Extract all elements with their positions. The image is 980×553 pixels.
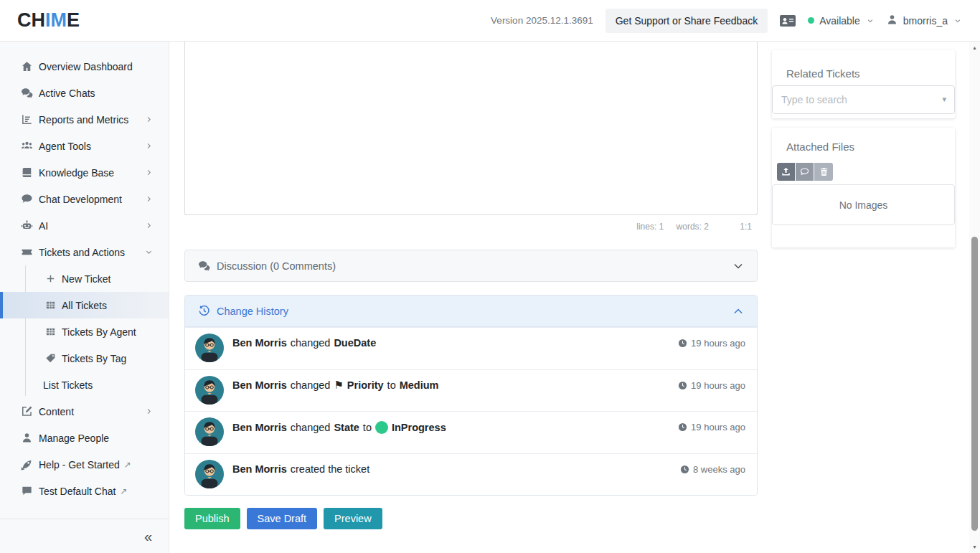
discussion-title: Discussion (0 Comments) <box>217 260 336 272</box>
comment-icon[interactable] <box>796 163 814 181</box>
support-feedback-button[interactable]: Get Support or Share Feedback <box>606 9 768 33</box>
scrollbar-thumb[interactable] <box>971 237 978 531</box>
user-avatar <box>195 334 224 362</box>
person-icon <box>21 432 33 444</box>
book-icon <box>21 166 33 179</box>
change-entry-time: 19 hours ago <box>678 422 745 433</box>
publish-button[interactable]: Publish <box>184 508 240 529</box>
clock-icon <box>678 381 687 390</box>
change-entry-text: Ben Morris changed DueDate <box>232 337 376 349</box>
plus-icon <box>45 273 56 284</box>
change-history-entry: Ben Morris created the ticket 8 weeks ag… <box>185 453 757 496</box>
app-window: CHIME Version 2025.12.1.3691 Get Support… <box>0 0 980 553</box>
sidebar-item-content[interactable]: Content <box>0 398 169 425</box>
availability-label: Available <box>819 15 860 27</box>
sidebar-item-tickets-and-actions[interactable]: Tickets and Actions <box>0 239 169 265</box>
user-avatar <box>195 376 224 405</box>
chevron-up-icon <box>732 306 744 317</box>
sidebar-footer: « <box>0 519 169 553</box>
discussion-section-header[interactable]: Discussion (0 Comments) <box>184 250 758 282</box>
change-history-title: Change History <box>217 306 288 317</box>
no-images-placeholder: No Images <box>772 184 955 225</box>
preview-button[interactable]: Preview <box>324 508 382 529</box>
chevron-right-icon <box>145 195 153 203</box>
upload-icon[interactable] <box>777 163 796 181</box>
external-link-icon: ↗ <box>120 486 127 496</box>
save-draft-button[interactable]: Save Draft <box>247 508 318 529</box>
sidebar-item-reports-and-metrics[interactable]: Reports and Metrics <box>0 106 169 133</box>
user-avatar <box>195 460 224 488</box>
contact-card-icon[interactable] <box>780 15 796 27</box>
external-link-icon: ↗ <box>124 460 131 470</box>
scroll-up-icon[interactable]: ▲ <box>969 42 980 53</box>
user-menu[interactable]: bmorris_a <box>886 14 961 28</box>
chats-icon <box>21 87 33 99</box>
editor-status-bar: lines: 1 words: 2 1:1 <box>184 222 758 232</box>
change-entry-text: Ben Morris changed State to InProgress <box>232 421 446 434</box>
sidebar-item-knowledge-base[interactable]: Knowledge Base <box>0 159 169 186</box>
clock-icon <box>678 422 687 432</box>
trash-icon[interactable] <box>814 163 833 181</box>
edit-icon <box>21 405 33 417</box>
related-tickets-search-input[interactable] <box>772 85 955 114</box>
scrollbar[interactable]: ▲ ▼ <box>969 42 980 553</box>
user-icon <box>886 14 898 28</box>
attached-files-title: Attached Files <box>772 128 955 153</box>
sidebar-item-help-get-started[interactable]: Help - Get Started ↗ <box>0 451 169 478</box>
history-icon <box>198 305 210 317</box>
sidebar-item-manage-people[interactable]: Manage People <box>0 425 169 451</box>
chime-logo[interactable]: CHIME <box>17 9 80 32</box>
sidebar-nav: Overview Dashboard Active Chats Reports … <box>0 42 169 553</box>
main-content: lines: 1 words: 2 1:1 Discussion (0 Comm… <box>169 42 980 553</box>
change-entry-text: Ben Morris changed ⚑ Priority to Medium <box>232 379 438 391</box>
attached-files-card: Attached Files No Images <box>772 128 955 247</box>
availability-menu[interactable]: Available <box>808 15 874 27</box>
chevron-right-icon <box>145 169 153 176</box>
editor-words-count: words: 2 <box>677 222 709 232</box>
change-entry-time: 19 hours ago <box>678 338 745 349</box>
agents-icon <box>21 140 33 152</box>
clock-icon <box>678 339 687 348</box>
change-entry-time: 8 weeks ago <box>680 464 745 475</box>
sidebar-item-new-ticket[interactable]: New Ticket <box>0 265 169 292</box>
username-label: bmorris_a <box>903 15 948 27</box>
sidebar-item-tickets-by-agent[interactable]: Tickets By Agent <box>0 318 169 345</box>
change-entry-text: Ben Morris created the ticket <box>232 463 369 475</box>
ticket-editor[interactable] <box>184 42 758 215</box>
sidebar-item-test-default-chat[interactable]: Test Default Chat ↗ <box>0 478 169 504</box>
home-icon <box>21 60 33 72</box>
chat-square-icon <box>21 485 33 497</box>
sidebar-item-ai[interactable]: AI <box>0 212 169 239</box>
clock-icon <box>680 465 689 474</box>
scroll-down-icon[interactable]: ▼ <box>969 542 980 552</box>
discussion-chats-icon <box>198 260 210 272</box>
chevron-down-icon <box>145 248 153 256</box>
related-tickets-card: Related Tickets ▾ <box>772 50 955 118</box>
change-history-section: Change History Ben Morris changed DueDat… <box>184 295 758 496</box>
change-history-entry: Ben Morris changed ⚑ Priority to Medium … <box>185 369 757 412</box>
sidebar-item-tickets-by-tag[interactable]: Tickets By Tag <box>0 345 169 372</box>
attached-files-toolbar <box>777 163 833 181</box>
robot-icon <box>21 219 33 232</box>
change-history-header[interactable]: Change History <box>185 296 757 327</box>
sidebar-item-all-tickets[interactable]: All Tickets <box>0 292 169 318</box>
sidebar-item-agent-tools[interactable]: Agent Tools <box>0 133 169 159</box>
change-history-entry: Ben Morris changed DueDate 19 hours ago <box>185 327 757 369</box>
action-buttons: Publish Save Draft Preview <box>184 508 382 529</box>
chevron-right-icon <box>145 115 153 123</box>
speech-bubble-icon <box>21 193 33 205</box>
available-status-icon <box>808 17 814 24</box>
editor-lines-count: lines: 1 <box>636 222 664 232</box>
collapse-sidebar-button[interactable]: « <box>144 529 152 544</box>
change-history-entry: Ben Morris changed State to InProgress 1… <box>185 411 757 453</box>
chevron-down-icon <box>732 260 744 272</box>
chevron-right-icon <box>145 407 153 415</box>
sidebar-item-list-tickets[interactable]: List Tickets <box>0 372 169 398</box>
top-header: CHIME Version 2025.12.1.3691 Get Support… <box>0 0 980 42</box>
user-avatar <box>195 417 224 446</box>
chevron-down-icon <box>867 17 874 24</box>
sidebar-item-overview-dashboard[interactable]: Overview Dashboard <box>0 53 169 80</box>
sidebar-item-chat-development[interactable]: Chat Development <box>0 186 169 212</box>
inprogress-dot-icon <box>375 421 388 434</box>
sidebar-item-active-chats[interactable]: Active Chats <box>0 80 169 106</box>
